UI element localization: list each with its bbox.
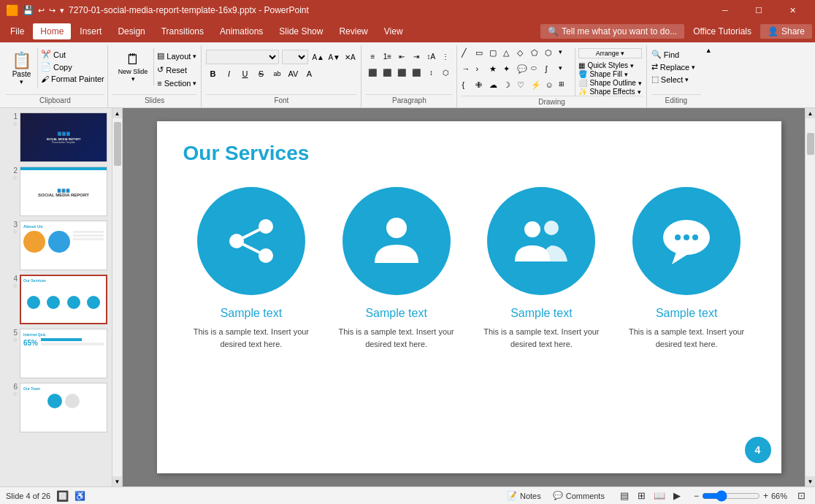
reading-view-button[interactable]: 📖: [651, 489, 667, 503]
justify[interactable]: ⬛: [410, 66, 423, 79]
menu-file[interactable]: File: [3, 23, 31, 39]
fit-window-button[interactable]: ⊡: [793, 489, 809, 503]
collapse-ribbon-button[interactable]: ▲: [705, 47, 712, 54]
shape-triangle[interactable]: △: [503, 48, 516, 64]
menu-slideshow[interactable]: Slide Show: [272, 23, 330, 39]
comments-button[interactable]: 💬 Comments: [550, 489, 608, 502]
shape-brace[interactable]: {: [462, 80, 475, 96]
panel-scroll-thumb[interactable]: [114, 122, 121, 166]
slide-thumb-6[interactable]: 6 ☆ Our Team: [3, 383, 109, 432]
menu-review[interactable]: Review: [332, 23, 375, 39]
menu-animations[interactable]: Animations: [213, 23, 270, 39]
shape-cross[interactable]: ✙: [475, 80, 489, 96]
minimize-button[interactable]: ─: [708, 0, 742, 20]
new-slide-button[interactable]: 🗒 New Slide ▾: [112, 48, 155, 85]
bold-button[interactable]: B: [206, 67, 219, 80]
shape-star4[interactable]: ✦: [503, 64, 516, 80]
shape-misc[interactable]: ⊞: [559, 80, 572, 96]
shape-star5[interactable]: ★: [489, 64, 502, 80]
canvas-scroll-thumb[interactable]: [807, 133, 814, 155]
menu-insert[interactable]: Insert: [72, 23, 109, 39]
quick-access-redo[interactable]: ↪: [49, 6, 56, 15]
font-family-select[interactable]: [206, 50, 279, 64]
arrange-button[interactable]: Arrange ▾: [578, 48, 641, 58]
shape-arrow-right[interactable]: →: [462, 64, 475, 80]
convert-smartart[interactable]: ⬡: [439, 66, 452, 79]
font-size-increase[interactable]: A▲: [311, 50, 324, 64]
shape-smiley[interactable]: ☺: [545, 80, 558, 96]
columns-button[interactable]: ⋮: [439, 50, 452, 63]
zoom-out-button[interactable]: −: [694, 491, 699, 501]
text-direction[interactable]: ↕A: [424, 50, 437, 63]
canvas-scroll-down[interactable]: ▼: [806, 476, 815, 486]
slide-thumb-3[interactable]: 3 ☆ About Us: [3, 221, 109, 270]
paste-button[interactable]: 📋 Paste ▾: [6, 48, 38, 88]
slide-thumb-4[interactable]: 4 ☆ Our Services: [3, 275, 109, 324]
layout-button[interactable]: ▤ Layout ▾: [157, 51, 196, 61]
line-spacing[interactable]: ↕: [424, 66, 437, 79]
maximize-button[interactable]: ☐: [742, 0, 776, 20]
zoom-slider[interactable]: [702, 490, 760, 502]
slide-thumb-2[interactable]: 2 ☆ 📘📘📘 SOCIAL MEDIA REPORT: [3, 167, 109, 216]
cut-button[interactable]: ✂️ Cut: [41, 50, 104, 59]
slide-thumb-5[interactable]: 5 ☆ Internet Quiz 65%: [3, 329, 109, 378]
shape-curve[interactable]: ∫: [545, 64, 558, 80]
reset-button[interactable]: ↺ Reset: [157, 65, 196, 75]
accessibility-icon[interactable]: ♿: [74, 491, 85, 501]
shape-lightning[interactable]: ⚡: [531, 80, 544, 96]
fit-page-icon[interactable]: 🔲: [56, 490, 69, 502]
shape-fill-button[interactable]: 🪣 Shape Fill ▾: [578, 70, 641, 78]
normal-view-button[interactable]: ▤: [616, 489, 632, 503]
numbering-button[interactable]: 1≡: [380, 50, 394, 63]
shape-pentagon[interactable]: ⬠: [531, 48, 544, 64]
find-button[interactable]: 🔍 Find: [651, 50, 701, 59]
office-tutorials-link[interactable]: Office Tutorials: [686, 23, 759, 39]
shape-heart[interactable]: ♡: [517, 80, 530, 96]
shape-rounded[interactable]: ▢: [489, 48, 502, 64]
font-size-decrease[interactable]: A▼: [327, 50, 340, 64]
menu-transitions[interactable]: Transitions: [154, 23, 211, 39]
copy-button[interactable]: 📄 Copy: [41, 62, 104, 72]
canvas-scroll-up[interactable]: ▲: [806, 108, 815, 118]
notes-button[interactable]: 📝 Notes: [504, 489, 544, 502]
font-size-select[interactable]: [282, 50, 308, 64]
quick-styles-button[interactable]: ▦ Quick Styles ▾: [578, 61, 641, 69]
font-color-button[interactable]: A: [302, 67, 315, 80]
shape-arrow-down[interactable]: ▾: [559, 48, 572, 64]
close-button[interactable]: ✕: [776, 0, 809, 20]
align-left[interactable]: ⬛: [366, 66, 379, 79]
quick-access-save[interactable]: 💾: [23, 5, 34, 15]
shape-rect[interactable]: ▭: [475, 48, 489, 64]
quick-access-undo[interactable]: ↩: [38, 6, 45, 15]
slide-sorter-button[interactable]: ⊞: [634, 489, 650, 503]
share-button[interactable]: 👤 Share: [760, 24, 812, 39]
shape-cylinder[interactable]: ⬭: [531, 64, 544, 80]
indent-increase[interactable]: ⇥: [410, 50, 423, 63]
shadow-button[interactable]: ab: [270, 67, 283, 80]
format-painter-button[interactable]: 🖌 Format Painter: [41, 75, 104, 83]
shape-moon[interactable]: ☽: [503, 80, 516, 96]
underline-button[interactable]: U: [238, 67, 251, 80]
shape-diamond[interactable]: ◇: [517, 48, 530, 64]
char-spacing-button[interactable]: AV: [286, 67, 299, 80]
shape-more[interactable]: ▾: [559, 64, 572, 80]
shape-outline-button[interactable]: ⬜ Shape Outline ▾: [578, 79, 641, 87]
shape-effects-button[interactable]: ✨ Shape Effects ▾: [578, 88, 641, 96]
select-button[interactable]: ⬚ Select ▾: [651, 75, 701, 84]
panel-scroll-up[interactable]: ▲: [112, 108, 122, 118]
align-right[interactable]: ⬛: [395, 66, 408, 79]
align-center[interactable]: ⬛: [380, 66, 394, 79]
bullets-button[interactable]: ≡: [366, 50, 379, 63]
tell-me-box[interactable]: 🔍 Tell me what you want to do...: [540, 24, 684, 39]
slide-thumb-1[interactable]: 1 ☆ 📘📘📘 SOCIAL MEDIA REPORT Presentation…: [3, 112, 109, 162]
shape-line[interactable]: ╱: [462, 48, 475, 64]
shape-callout[interactable]: 💬: [517, 64, 530, 80]
slideshow-view-button[interactable]: ▶: [669, 489, 685, 503]
shape-cloud[interactable]: ☁: [489, 80, 502, 96]
menu-view[interactable]: View: [377, 23, 410, 39]
replace-button[interactable]: ⇄ Replace ▾: [651, 62, 701, 72]
panel-scroll-down[interactable]: ▼: [112, 476, 122, 486]
clear-format-button[interactable]: ✕A: [343, 50, 356, 64]
strikethrough-button[interactable]: S: [254, 67, 267, 80]
section-button[interactable]: ≡ Section ▾: [157, 79, 196, 88]
